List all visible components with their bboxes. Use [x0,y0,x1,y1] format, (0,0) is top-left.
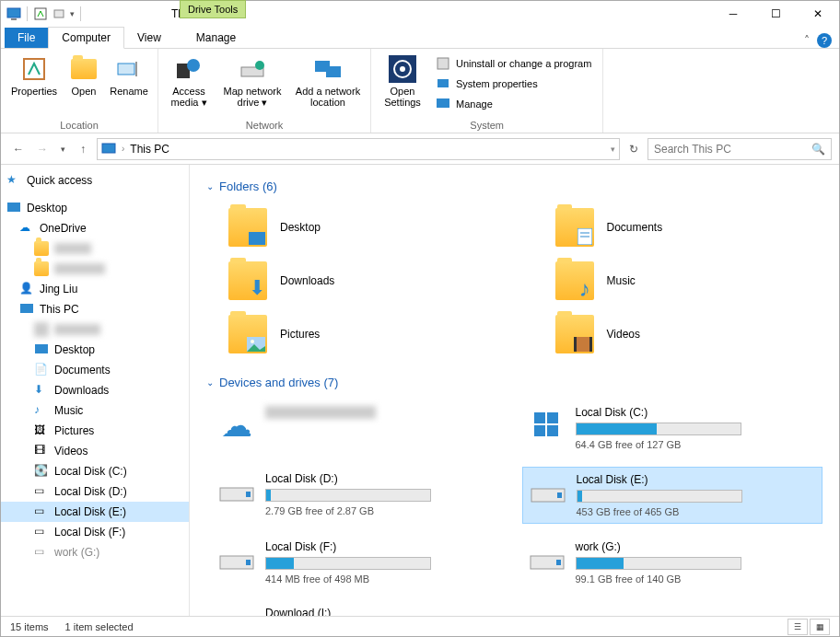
recent-dropdown[interactable]: ▾ [56,139,69,159]
tree-label: Jing Liu [40,283,77,295]
maximize-button[interactable]: ☐ [754,1,797,27]
rename-button[interactable]: Rename [106,52,152,98]
drive-e[interactable]: Local Disk (E:)453 GB free of 465 GB [522,467,823,524]
search-box[interactable]: Search This PC 🔍 [648,138,832,160]
folder-label: Music [607,274,636,287]
svg-rect-18 [437,98,449,108]
drive-icon: ▭ [34,484,49,499]
up-button[interactable]: ↑ [73,139,93,159]
manage-button[interactable]: Manage [434,95,593,113]
qat-props-icon[interactable] [33,6,48,21]
folder-desktop[interactable]: Desktop [225,204,496,250]
qat-dropdown-icon[interactable]: ▾ [70,9,75,18]
map-network-drive-button[interactable]: Map network drive ▾ [216,52,289,110]
tree-desktop2[interactable]: Desktop [1,340,189,360]
close-button[interactable]: ✕ [797,1,839,27]
tab-manage[interactable]: Manage [183,28,249,48]
svg-rect-37 [246,492,251,497]
drive-bar [576,423,741,435]
drive-name: Local Disk (F:) [265,540,508,553]
music-icon: ♪ [34,403,49,418]
folder-downloads[interactable]: ⬇Downloads [225,258,496,304]
pictures-icon: 🖼 [34,423,49,438]
tree-label: Music [54,404,83,417]
tree-local-disk-f[interactable]: ▭Local Disk (F:) [1,522,189,542]
tree-item[interactable] [1,238,189,259]
folder-label: Downloads [280,274,334,287]
tree-label: OneDrive [40,222,87,235]
content-pane[interactable]: ⌄Folders (6) Desktop Documents ⬇Download… [190,165,839,616]
svg-rect-32 [534,412,545,423]
tree-pictures[interactable]: 🖼Pictures [1,421,189,441]
forward-button[interactable]: → [32,139,52,159]
tree-item[interactable] [1,319,189,340]
open-settings-button[interactable]: Open Settings [377,52,428,110]
tree-videos[interactable]: 🎞Videos [1,441,189,461]
drive-f[interactable]: Local Disk (F:)414 MB free of 498 MB [212,535,513,590]
address-dropdown-icon[interactable]: ▾ [611,145,615,154]
documents-icon: 📄 [34,363,49,377]
folder-documents[interactable]: Documents [552,204,823,250]
drive-i[interactable]: Download (I:)103 GB free of 135 GB [212,601,513,616]
system-properties-button[interactable]: System properties [434,75,593,93]
folder-label: Pictures [280,328,320,341]
chevron-right-icon[interactable]: › [122,144,124,154]
nav-tree[interactable]: ★Quick access Desktop ☁OneDrive 👤Jing Li… [1,165,190,616]
svg-rect-22 [35,344,48,353]
manage-label: Manage [456,98,493,110]
tree-item[interactable] [1,259,189,279]
folder-music[interactable]: ♪Music [552,258,823,304]
videos-icon: 🎞 [34,444,49,458]
refresh-button[interactable]: ↻ [624,139,644,159]
tree-desktop[interactable]: Desktop [1,198,189,218]
app-icon [6,6,21,21]
access-media-button[interactable]: Access media ▾ [164,52,214,110]
tree-label: Quick access [27,174,92,187]
help-icon[interactable]: ? [817,33,832,48]
folder-label: Videos [607,328,640,341]
properties-button[interactable]: Properties [6,52,62,98]
uninstall-icon [436,56,450,71]
tree-local-disk-c[interactable]: 💽Local Disk (C:) [1,461,189,481]
ribbon-collapse-icon[interactable]: ˄ [804,34,810,47]
tree-this-pc[interactable]: This PC [1,299,189,319]
qat-new-icon[interactable] [52,6,66,21]
add-network-location-button[interactable]: Add a network location [291,52,365,110]
drive-cloud[interactable]: ☁ [212,400,513,456]
section-drives[interactable]: ⌄Devices and drives (7) [206,370,822,395]
tree-downloads[interactable]: ⬇Downloads [1,380,189,400]
tab-computer[interactable]: Computer [48,27,124,49]
uninstall-program-button[interactable]: Uninstall or change a program [434,54,593,73]
chevron-down-icon: ⌄ [206,181,214,191]
view-details-button[interactable]: ☰ [788,619,808,635]
tree-work-g[interactable]: ▭work (G:) [1,542,189,562]
tab-view[interactable]: View [124,28,174,48]
drive-g[interactable]: work (G:)99.1 GB free of 140 GB [522,535,823,590]
section-folders[interactable]: ⌄Folders (6) [206,174,822,199]
tree-local-disk-d[interactable]: ▭Local Disk (D:) [1,481,189,502]
svg-rect-17 [438,79,449,87]
folder-videos[interactable]: Videos [552,311,823,357]
drive-d[interactable]: Local Disk (D:)2.79 GB free of 2.87 GB [212,467,513,524]
drive-c[interactable]: Local Disk (C:)64.4 GB free of 127 GB [522,400,823,456]
open-button[interactable]: Open [64,52,104,98]
drive-tools-tab[interactable]: Drive Tools [180,0,246,18]
desktop-icon [6,201,21,215]
folder-pictures[interactable]: Pictures [225,311,496,357]
tree-local-disk-e[interactable]: ▭Local Disk (E:) [1,502,189,522]
tree-documents[interactable]: 📄Documents [1,360,189,380]
tree-onedrive[interactable]: ☁OneDrive [1,218,189,238]
tree-label: Documents [54,364,111,376]
tab-file[interactable]: File [5,28,48,48]
view-large-button[interactable]: ▦ [810,619,830,635]
tree-user[interactable]: 👤Jing Liu [1,279,189,299]
status-items: 15 items [10,621,49,632]
tree-music[interactable]: ♪Music [1,400,189,421]
back-button[interactable]: ← [8,139,29,159]
desktop-icon [34,342,49,357]
redacted [54,324,100,335]
address-bar[interactable]: › This PC ▾ [97,138,620,160]
minimize-button[interactable]: ─ [712,1,754,27]
tree-quick-access[interactable]: ★Quick access [1,170,189,191]
svg-rect-35 [547,425,558,436]
